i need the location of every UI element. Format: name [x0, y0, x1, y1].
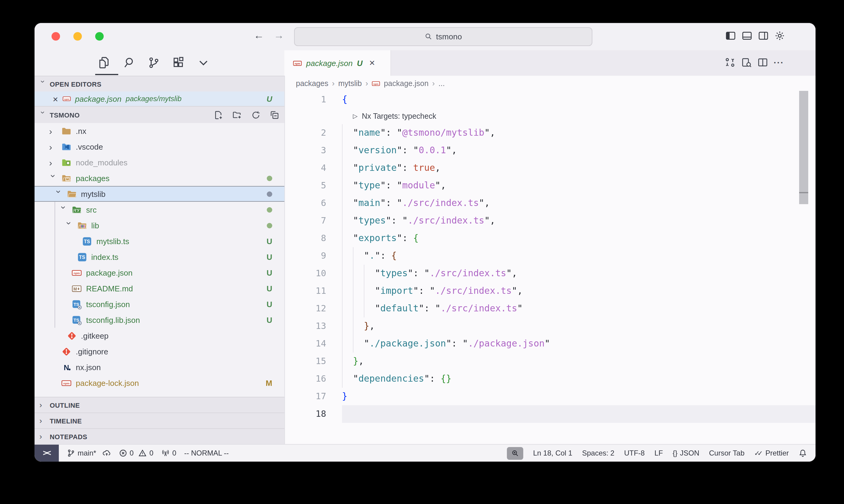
remote-indicator[interactable]: >< [35, 445, 59, 462]
tree-item-packages[interactable]: ›packages [35, 170, 285, 186]
toggle-secondary-sidebar-icon[interactable] [758, 30, 769, 41]
workspace-header[interactable]: › TSMONO [35, 106, 285, 123]
tab-close-icon[interactable]: × [369, 57, 375, 69]
command-center-search[interactable]: tsmono [294, 27, 592, 46]
explorer-icon[interactable] [98, 56, 110, 69]
tree-item-nx-json[interactable]: Nnx.json [35, 359, 285, 375]
scrollbar-slider[interactable] [799, 193, 808, 204]
code-line-9[interactable]: 9 ".": { [285, 247, 815, 265]
tree-item-mytslib-ts[interactable]: TSmytslib.tsU [35, 233, 285, 249]
scrollbar-slider[interactable] [799, 91, 808, 192]
open-preview-icon[interactable] [741, 57, 752, 68]
git-branch-item[interactable]: main* [67, 449, 111, 457]
code-line-2[interactable]: 2 "name": "@tsmono/mytslib", [285, 124, 815, 142]
extensions-icon[interactable] [172, 56, 185, 69]
code-line-10[interactable]: 10 "types": "./src/index.ts", [285, 265, 815, 282]
encoding-item[interactable]: UTF-8 [624, 449, 645, 457]
code-line-7[interactable]: 7 "types": "./src/index.ts", [285, 212, 815, 230]
outline-header[interactable]: › OUTLINE [35, 397, 285, 413]
chevron-right-icon: › [39, 400, 47, 410]
code-line-14[interactable]: 14 "./package.json": "./package.json" [285, 335, 815, 353]
tree-item-node-modules[interactable]: ›node_modules [35, 155, 285, 170]
ports-item[interactable]: 0 [161, 449, 176, 457]
tree-item-vscode[interactable]: ›.vscode [35, 139, 285, 155]
timeline-header[interactable]: › TIMELINE [35, 413, 285, 428]
source-control-icon[interactable] [147, 56, 160, 69]
cursor-tab-item[interactable]: Cursor Tab [709, 449, 744, 457]
tree-item-index-ts[interactable]: TSindex.tsU [35, 249, 285, 265]
more-actions-icon[interactable]: ··· [774, 57, 784, 68]
breadcrumb[interactable]: packages › mytslib › npm package.json › … [285, 76, 815, 91]
breadcrumb-item[interactable]: packages [296, 79, 328, 88]
search-view-icon[interactable] [122, 56, 135, 69]
tree-item-package-json[interactable]: npmpackage.jsonU [35, 265, 285, 281]
tree-item-mytslib[interactable]: ›mytslib [35, 186, 285, 202]
problems-item[interactable]: 0 0 [119, 449, 153, 457]
more-views-chevron-icon[interactable] [197, 56, 210, 69]
cursor-position-item[interactable]: Ln 18, Col 1 [533, 449, 572, 457]
code-line-6[interactable]: 6 "main": "./src/index.ts", [285, 195, 815, 212]
codelens-nx-targets[interactable]: ▷Nx Targets: typecheck [285, 108, 815, 124]
zoom-window-button[interactable] [95, 32, 104, 41]
code-line-4[interactable]: 4 "private": true, [285, 159, 815, 177]
code-editor[interactable]: 1{▷Nx Targets: typecheck2 "name": "@tsmo… [285, 91, 815, 444]
line-number: 10 [285, 265, 326, 282]
formatter-item[interactable]: ✓✓ Prettier [754, 449, 789, 457]
open-editor-item[interactable]: × npm package.json packages/mytslib U [35, 91, 285, 106]
tree-item-package-lock-json[interactable]: npmpackage-lock.jsonM [35, 375, 285, 391]
close-window-button[interactable] [52, 32, 60, 41]
file-tree: ›.nx›.vscode›node_modules›packages›mytsl… [35, 123, 285, 391]
branch-icon [67, 449, 75, 457]
language-mode-item[interactable]: {} JSON [673, 449, 700, 457]
settings-gear-icon[interactable] [774, 30, 785, 41]
tree-item-readme-md[interactable]: MREADME.mdU [35, 281, 285, 296]
breadcrumb-item[interactable]: ... [438, 79, 445, 88]
code-line-18[interactable]: 18 [285, 405, 815, 423]
indentation-item[interactable]: Spaces: 2 [582, 449, 615, 457]
code-line-8[interactable]: 8 "exports": { [285, 230, 815, 247]
open-changes-icon[interactable] [725, 57, 736, 68]
git-status-badge: U [266, 252, 272, 262]
new-file-icon[interactable] [213, 110, 223, 120]
tree-item-nx[interactable]: ›.nx [35, 123, 285, 139]
tab-package-json[interactable]: npm package.json U × [285, 50, 391, 76]
tree-item-gitkeep[interactable]: .gitkeep [35, 328, 285, 343]
code-line-17[interactable]: 17} [285, 388, 815, 405]
toggle-primary-sidebar-icon[interactable] [725, 30, 736, 41]
tree-item-lib[interactable]: ›lib [35, 217, 285, 233]
breadcrumb-item[interactable]: package.json [384, 79, 428, 88]
collapse-folders-icon[interactable] [270, 110, 279, 120]
code-line-5[interactable]: 5 "type": "module", [285, 177, 815, 195]
folder-node-icon [61, 157, 71, 167]
code-line-11[interactable]: 11 "import": "./src/index.ts", [285, 282, 815, 300]
eol-item[interactable]: LF [655, 449, 663, 457]
code-text: "./package.json": "./package.json" [342, 335, 550, 353]
breadcrumb-item[interactable]: mytslib [338, 79, 362, 88]
code-line-13[interactable]: 13 }, [285, 318, 815, 335]
navigate-back-button[interactable]: ← [252, 30, 265, 42]
new-folder-icon[interactable] [232, 110, 242, 120]
code-line-16[interactable]: 16 "dependencies": {} [285, 370, 815, 388]
split-editor-icon[interactable] [757, 57, 768, 68]
vim-mode-item[interactable]: -- NORMAL -- [184, 449, 229, 457]
notifications-item[interactable] [798, 449, 807, 457]
minimize-window-button[interactable] [73, 32, 82, 41]
refresh-icon[interactable] [251, 110, 261, 120]
navigate-forward-button[interactable]: → [272, 30, 286, 42]
code-line-1[interactable]: 1{ [285, 91, 815, 108]
notepads-header[interactable]: › NOTEPADS [35, 428, 285, 444]
folder-src-icon [71, 204, 82, 215]
code-line-3[interactable]: 3 "version": "0.0.1", [285, 142, 815, 159]
ts-config-icon: TS [71, 315, 82, 325]
tree-item-tsconfig-lib-json[interactable]: TStsconfig.lib.jsonU [35, 312, 285, 328]
zoom-indicator[interactable] [507, 447, 523, 460]
tree-item-tsconfig-json[interactable]: TStsconfig.jsonU [35, 296, 285, 312]
toggle-panel-icon[interactable] [742, 30, 753, 41]
code-line-15[interactable]: 15 }, [285, 353, 815, 370]
npm-icon: npm [61, 378, 71, 388]
close-editor-icon[interactable]: × [53, 94, 58, 104]
tree-item-gitignore[interactable]: .gitignore [35, 343, 285, 359]
tree-item-src[interactable]: ›src [35, 202, 285, 217]
code-line-12[interactable]: 12 "default": "./src/index.ts" [285, 300, 815, 318]
open-editors-header[interactable]: › OPEN EDITORS [35, 76, 285, 91]
